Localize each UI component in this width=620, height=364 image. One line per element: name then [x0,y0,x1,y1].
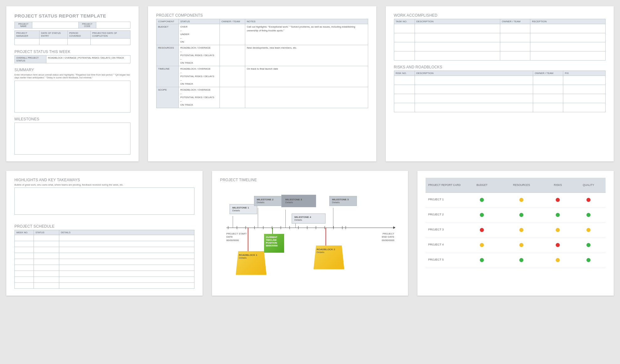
status-dot [586,243,591,247]
table-row [15,235,194,241]
section-components: PROJECT COMPONENTS [156,13,368,18]
roadblock-2: ROADBLOCK 2Details [314,245,344,269]
table-row [394,33,606,42]
current-position: CURRENTTIMELINEPOSITION00/00/0000 [264,234,284,253]
milestone-5: MILESTONE 5Details [329,196,357,206]
highlights-box [14,187,194,215]
status-dot [556,213,560,217]
milestones-box [14,123,130,155]
status-dot [586,228,591,232]
status-dot [519,228,523,232]
table-row [15,265,194,271]
summary-box [14,81,130,113]
table-row [15,283,194,289]
table-row [394,76,606,85]
project-start-label: PROJECT STARTDATE00/00/0000 [226,232,247,242]
table-row: TIMELINEROADBLOCK / OVERAGE – POTENTIAL … [156,66,368,87]
page-title: PROJECT STATUS REPORT TEMPLATE [14,13,130,18]
project-name: PROJECT 5 [426,253,465,268]
page-status-report: PROJECT STATUS REPORT TEMPLATE PROJECT N… [6,6,139,161]
report-card-table: PROJECT REPORT CARD BUDGET RESOURCES RIS… [426,178,606,268]
report-card-header: PROJECT REPORT CARD [426,178,465,193]
status-dot [519,258,523,262]
status-dot [519,198,523,202]
project-name: PROJECT 3 [426,223,465,238]
section-summary: SUMMARY [14,68,130,72]
table-row: PROJECT 1 [426,193,606,208]
section-status-week: PROJECT STATUS THIS WEEK [14,50,130,54]
project-end-label: PROJECTEND DATE00/00/0000 [382,232,394,242]
table-row [394,85,606,94]
status-dot [586,258,591,262]
table-row: RESOURCESROADBLOCK / OVERAGE – POTENTIAL… [156,45,368,66]
page-timeline: PROJECT TIMELINE MILESTONE 1Details MILE… [212,171,408,296]
section-schedule: PROJECT SCHEDULE [14,224,194,229]
arrow-icon [393,226,395,229]
header-row-1: PROJECT NAMEPROJECT CODE [14,22,130,29]
milestone-1: MILESTONE 1Details [230,204,257,214]
section-work-accomplished: WORK ACCOMPLISHED [394,13,606,18]
section-risks: RISKS AND ROADBLOCKS [394,65,606,69]
summary-hint: Enter information here about overall sta… [14,73,130,79]
table-row [394,42,606,51]
status-dot [519,243,523,247]
section-timeline: PROJECT TIMELINE [220,178,400,182]
status-dot [519,213,523,217]
status-dot [556,258,560,262]
status-dot [480,243,484,247]
table-row [394,51,606,61]
status-dot [556,228,560,232]
page-work-risks: WORK ACCOMPLISHED TASK NO.DESCRIPTIONOWN… [386,6,614,161]
table-row: PROJECT 5 [426,253,606,268]
status-dot [480,198,484,202]
page-report-card: PROJECT REPORT CARD BUDGET RESOURCES RIS… [417,171,614,296]
page-components: PROJECT COMPONENTS COMPONENTSTATUSOWNER … [148,6,376,161]
work-table: TASK NO.DESCRIPTIONOWNER / TEAMRECEPTION [394,19,606,61]
schedule-table: WEEK NO.STATUSDETAILS [14,230,194,289]
table-row: PROJECT 3 [426,223,606,238]
status-dot [480,258,484,262]
table-row [394,103,606,112]
milestone-4: MILESTONE 4Details [292,214,326,224]
status-dot [556,243,560,247]
highlights-hint: Bullets of great work, who owns what, wh… [14,183,194,186]
table-row [15,253,194,259]
project-name: PROJECT 4 [426,238,465,253]
timeline-diagram: MILESTONE 1Details MILESTONE 2Details MI… [220,185,400,276]
status-dot [586,213,591,217]
milestone-3: MILESTONE 3Details [281,195,316,207]
status-row: OVERALL PROJECT STATUSROADBLOCK / OVERAG… [14,55,130,63]
components-table: COMPONENTSTATUSOWNER / TEAMNOTES BUDGETO… [156,19,368,108]
table-row [394,24,606,33]
page-highlights-schedule: HIGHLIGHTS AND KEY TAKEAWAYS Bullets of … [6,171,203,296]
table-row [15,247,194,253]
timeline-axis [226,228,394,228]
project-name: PROJECT 1 [426,193,465,208]
table-row [15,259,194,265]
table-row [15,241,194,247]
table-row: SCOPEROADBLOCK / OVERAGE – POTENTIAL RIS… [156,87,368,108]
table-row: PROJECT 4 [426,238,606,253]
status-dot [556,198,560,202]
table-row [15,271,194,277]
status-dot [586,198,591,202]
roadblock-1: ROADBLOCK 1Details [236,251,267,275]
milestone-2: MILESTONE 2Details [254,196,282,206]
section-highlights: HIGHLIGHTS AND KEY TAKEAWAYS [14,178,194,182]
status-dot [480,213,484,217]
table-row [15,277,194,283]
project-name: PROJECT 2 [426,208,465,223]
risks-table: RISK NO.DESCRIPTIONOWNER / TEAMFIX [394,71,606,112]
table-row: BUDGETOVER – UNDER – ONCall out highligh… [156,24,368,45]
table-row [394,94,606,103]
section-milestones: MILESTONES [14,117,130,121]
table-row: PROJECT 2 [426,208,606,223]
status-dot [480,228,484,232]
header-row-2: PROJECT MANAGERDATE OF STATUS ENTRYPERIO… [14,30,130,45]
